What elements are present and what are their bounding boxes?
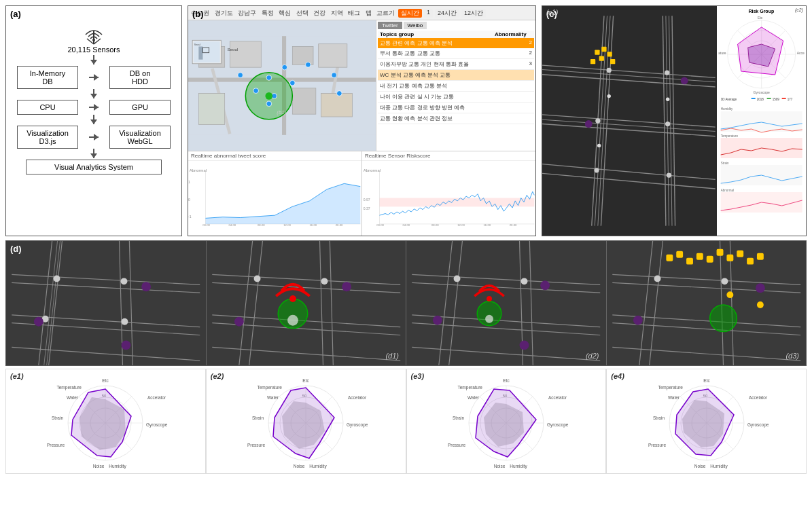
e4-label: (e4)	[611, 372, 624, 380]
d-sublabel-d2: (d2)	[586, 352, 599, 360]
svg-rect-87	[610, 59, 615, 64]
svg-point-76	[607, 68, 612, 73]
chart-abnormal-tweet: Realtime abnormal tweet score Abnormal 1	[188, 151, 362, 236]
svg-point-196	[726, 291, 733, 298]
svg-text:Water: Water	[467, 395, 480, 400]
pill-3[interactable]: 24시간	[435, 9, 459, 18]
filter-text: 수도권 경기도 강남구 특정 핵심 선택 건강 지역 태그 맵 고르기	[191, 9, 395, 18]
svg-text:Pressure: Pressure	[247, 443, 265, 447]
svg-point-134	[121, 278, 128, 284]
svg-text:Water: Water	[67, 395, 79, 400]
top-row: (a) 20,115 Sensors	[5, 5, 807, 236]
weibo-tab[interactable]: Weibo	[404, 22, 427, 29]
svg-rect-188	[686, 258, 693, 265]
svg-point-168	[485, 315, 493, 323]
svg-text:Abnormal: Abnormal	[190, 169, 207, 173]
svg-text:Abnormal: Abnormal	[720, 189, 733, 192]
panel-b-inner: 수도권 경기도 강남구 특정 핵심 선택 건강 지역 태그 맵 고르기 실시간 …	[188, 6, 535, 236]
svg-rect-194	[747, 258, 754, 265]
svg-point-80	[594, 168, 599, 172]
svg-text:Pressure: Pressure	[648, 443, 666, 447]
svg-text:Gyroscope: Gyroscope	[146, 422, 168, 428]
panel-e: (e1) 50 Etc Ac	[5, 369, 807, 474]
viz1-box: VisualizationD3.js	[17, 126, 78, 149]
svg-rect-82	[595, 50, 599, 54]
svg-rect-86	[590, 59, 595, 64]
svg-point-155	[253, 275, 260, 282]
e1-label: (e1)	[10, 372, 24, 380]
db1-box: In-MemoryDB	[17, 66, 78, 89]
svg-text:0.37: 0.37	[364, 206, 370, 210]
arrow-right-3	[89, 136, 99, 138]
svg-text:Temperature: Temperature	[57, 385, 82, 390]
svg-point-185	[709, 305, 737, 332]
svg-rect-189	[696, 253, 703, 260]
svg-text:Accelator: Accelator	[548, 395, 567, 400]
twitter-tab[interactable]: Twitter	[378, 22, 402, 29]
tweet-row-5: 나이 이용 관련 실 시 기능 교통	[378, 92, 534, 103]
panel-d: (d)	[5, 240, 807, 366]
tweet-row-4: 내 전기 교통 예측 교통 분석	[378, 81, 534, 92]
e2-label: (e2)	[211, 372, 224, 380]
panel-c2: (c2) Risk Group Etc	[717, 6, 806, 236]
svg-text:08:00: 08:00	[258, 223, 265, 227]
svg-text:Strain: Strain	[453, 416, 464, 420]
chart2-title: Realtime Sensor Riskscore	[362, 151, 535, 161]
d-cell-4: (d3)	[607, 241, 807, 365]
tweet-row-7: 교통 현황 예측 분석 관련 정보	[378, 113, 534, 124]
svg-text:Noise: Noise	[294, 464, 305, 468]
d3-svg	[406, 241, 606, 365]
svg-point-197	[756, 301, 763, 308]
c2-timeseries: 3D Average 2018 1509 177 Humidity Te	[718, 95, 805, 234]
pill-4[interactable]: 12시간	[461, 9, 486, 18]
svg-text:Gyroscope: Gyroscope	[347, 422, 368, 428]
svg-point-151	[287, 315, 298, 326]
svg-text:Etc: Etc	[758, 16, 763, 20]
e3-radar-svg: 50 Etc Accelator Gyroscope Humidity Nois…	[418, 372, 595, 471]
svg-text:0.97: 0.97	[364, 198, 370, 202]
svg-point-91	[597, 144, 601, 147]
svg-point-89	[681, 77, 688, 84]
svg-rect-83	[601, 47, 606, 52]
svg-point-152	[289, 295, 296, 302]
svg-point-88	[585, 120, 593, 128]
svg-point-137	[34, 317, 43, 327]
vas-label: Visual Analytics System	[54, 163, 133, 171]
svg-text:Accelator: Accelator	[348, 395, 367, 400]
svg-text:16:00: 16:00	[484, 223, 491, 227]
svg-text:Gyroscope: Gyroscope	[753, 90, 769, 94]
tweet-row-1: 무서 통화 교통 교통 교통 2	[378, 48, 534, 59]
panel-a-label: (a)	[10, 9, 21, 19]
svg-point-153	[234, 317, 243, 327]
svg-point-199	[755, 283, 764, 293]
svg-point-171	[540, 280, 550, 290]
svg-text:Humidity: Humidity	[109, 464, 127, 469]
svg-text:00:00: 00:00	[376, 223, 384, 227]
vas-box: Visual Analytics System	[26, 160, 162, 174]
svg-point-170	[433, 316, 442, 325]
svg-text:(b1): (b1)	[277, 109, 286, 115]
svg-marker-220	[71, 389, 131, 457]
svg-point-90	[607, 94, 611, 98]
cpu-box: CPU	[17, 100, 78, 115]
pill-1[interactable]: 실시간	[398, 9, 422, 18]
svg-point-138	[141, 282, 151, 291]
svg-point-3	[92, 39, 95, 41]
e-cell-1: (e1) 50 Etc Ac	[5, 369, 206, 474]
d2-svg	[207, 241, 406, 365]
svg-point-174	[521, 278, 528, 284]
chart-sensor-risk: Realtime Sensor Riskscore Abnormal 0.97	[362, 151, 535, 236]
svg-point-26	[332, 73, 337, 78]
svg-text:Humidity: Humidity	[309, 464, 327, 469]
panel-d-label: (d)	[10, 244, 22, 254]
c2-ts-svg: 3D Average 2018 1509 177 Humidity Te	[718, 95, 805, 231]
svg-text:Noise: Noise	[494, 464, 506, 468]
pill-2[interactable]: 1	[424, 9, 433, 18]
svg-rect-12	[319, 44, 347, 67]
svg-rect-84	[607, 52, 612, 56]
svg-point-92	[666, 97, 669, 100]
svg-text:Etc: Etc	[302, 378, 309, 383]
svg-rect-13	[292, 88, 316, 114]
svg-point-154	[342, 282, 351, 291]
svg-point-23	[266, 101, 272, 107]
